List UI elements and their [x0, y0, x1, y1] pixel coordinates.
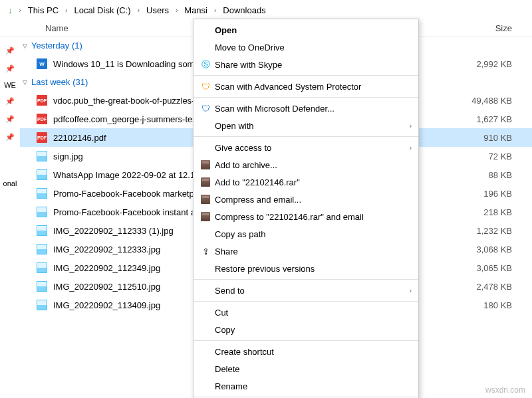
file-size: 910 KB: [466, 133, 532, 143]
file-size: 218 KB: [466, 207, 532, 217]
chevron-right-icon: ›: [138, 7, 140, 14]
separator: [194, 340, 418, 341]
menu-label: Restore previous versions: [215, 264, 412, 274]
menu-item[interactable]: Move to OneDrive: [194, 39, 418, 56]
image-icon: [37, 151, 47, 161]
spacer-icon: [199, 263, 212, 274]
crumb[interactable]: Users: [146, 5, 169, 15]
twisty-icon: ▽: [23, 43, 27, 49]
pin-icon: 📌: [5, 47, 15, 55]
menu-label: Give access to: [215, 143, 410, 153]
word-icon: W: [37, 58, 47, 69]
file-size: 3,068 KB: [466, 245, 532, 254]
separator: [194, 75, 418, 76]
menu-label: Scan with Advanced System Protector: [215, 82, 412, 92]
archive-icon: [201, 212, 210, 221]
context-menu: OpenMove to OneDriveⓈShare with Skype🛡Sc…: [193, 19, 419, 398]
spacer-icon: [199, 346, 212, 357]
menu-item[interactable]: ⓈShare with Skype: [194, 56, 418, 73]
chevron-right-icon: ›: [176, 7, 178, 14]
pin-strip: 📌 📌 WE 📌 📌 📌 onal: [0, 37, 20, 314]
menu-item[interactable]: Delete: [194, 360, 418, 377]
separator: [194, 279, 418, 280]
chevron-right-icon: ›: [19, 7, 21, 14]
menu-item[interactable]: Copy as path: [194, 225, 418, 243]
image-icon: [37, 225, 47, 236]
menu-item[interactable]: Add to "22102146.rar": [194, 173, 418, 191]
image-icon: [37, 244, 47, 254]
menu-item[interactable]: Compress and email...: [194, 191, 418, 208]
separator: [194, 97, 418, 98]
menu-item[interactable]: ⇪Share: [194, 243, 418, 260]
menu-label: Compress and email...: [215, 195, 412, 205]
file-size: 2,478 KB: [466, 282, 532, 292]
menu-item[interactable]: Compress to "22102146.rar" and email: [194, 208, 418, 225]
menu-item[interactable]: Copy: [194, 321, 418, 338]
shield-icon: 🛡: [201, 104, 210, 114]
column-size[interactable]: Size: [466, 23, 532, 33]
pdf-icon: PDF: [37, 95, 47, 106]
separator: [194, 301, 418, 302]
chevron-right-icon: ›: [65, 7, 67, 14]
chevron-right-icon: ›: [410, 144, 412, 151]
menu-label: Cut: [215, 308, 412, 318]
crumb[interactable]: Downloads: [223, 5, 265, 15]
menu-label: Add to "22102146.rar": [215, 177, 412, 187]
spacer-icon: [199, 229, 212, 239]
menu-item[interactable]: Cut: [194, 304, 418, 321]
skype-icon: Ⓢ: [201, 58, 210, 70]
menu-item[interactable]: Give access to›: [194, 139, 418, 156]
menu-label: Copy as path: [215, 229, 412, 239]
archive-icon: [201, 195, 210, 204]
menu-label: Open with: [215, 121, 410, 131]
image-icon: [37, 188, 47, 199]
group-label: Yesterday (1): [31, 41, 82, 50]
menu-item[interactable]: Add to archive...: [194, 156, 418, 173]
file-size: 1,232 KB: [466, 226, 532, 236]
menu-label: Rename: [215, 381, 412, 391]
menu-item[interactable]: 🛡Scan with Advanced System Protector: [194, 78, 418, 95]
spacer-icon: [199, 25, 212, 35]
menu-item[interactable]: Open with›: [194, 117, 418, 134]
menu-label: Delete: [215, 364, 412, 374]
file-size: 1,627 KB: [466, 114, 532, 124]
file-size: 180 KB: [466, 300, 532, 310]
menu-item[interactable]: 🛡Scan with Microsoft Defender...: [194, 100, 418, 117]
pdf-icon: PDF: [37, 132, 47, 143]
breadcrumb[interactable]: ↓ › This PC › Local Disk (C:) › Users › …: [0, 0, 532, 21]
pin-icon: 📌: [5, 115, 15, 124]
file-size: 196 KB: [466, 189, 532, 199]
separator: [194, 136, 418, 137]
image-icon: [37, 300, 47, 310]
image-icon: [37, 262, 47, 273]
menu-item[interactable]: Restore previous versions: [194, 260, 418, 277]
menu-label: Share with Skype: [215, 60, 412, 70]
spacer-icon: [199, 120, 212, 131]
menu-item[interactable]: Send to›: [194, 282, 418, 299]
crumb[interactable]: Mansi: [184, 5, 207, 15]
spacer-icon: [199, 324, 212, 335]
chevron-right-icon: ›: [410, 122, 412, 130]
watermark: wsxdn.com: [485, 385, 525, 395]
crumb[interactable]: This PC: [28, 5, 59, 15]
menu-item[interactable]: Rename: [194, 377, 418, 395]
spacer-icon: [199, 142, 212, 153]
pin-icon: 📌: [5, 133, 15, 142]
spacer-icon: [199, 42, 212, 52]
crumb[interactable]: Local Disk (C:): [74, 5, 130, 15]
shield-icon: 🛡: [201, 82, 210, 92]
spacer-icon: [199, 307, 212, 318]
pin-icon: 📌: [5, 97, 15, 106]
spacer-icon: [199, 285, 212, 296]
pin-icon: 📌: [5, 64, 15, 73]
archive-icon: [201, 177, 210, 187]
separator: [194, 397, 418, 397]
menu-item[interactable]: Create shortcut: [194, 343, 418, 360]
file-size: 3,065 KB: [466, 263, 532, 273]
sidebar-truncated-label: onal: [3, 179, 17, 187]
file-size: 88 KB: [466, 170, 532, 180]
archive-icon: [201, 160, 210, 169]
chevron-right-icon: ›: [214, 7, 216, 14]
menu-item[interactable]: Open: [194, 21, 418, 39]
file-size: 49,488 KB: [466, 96, 532, 106]
